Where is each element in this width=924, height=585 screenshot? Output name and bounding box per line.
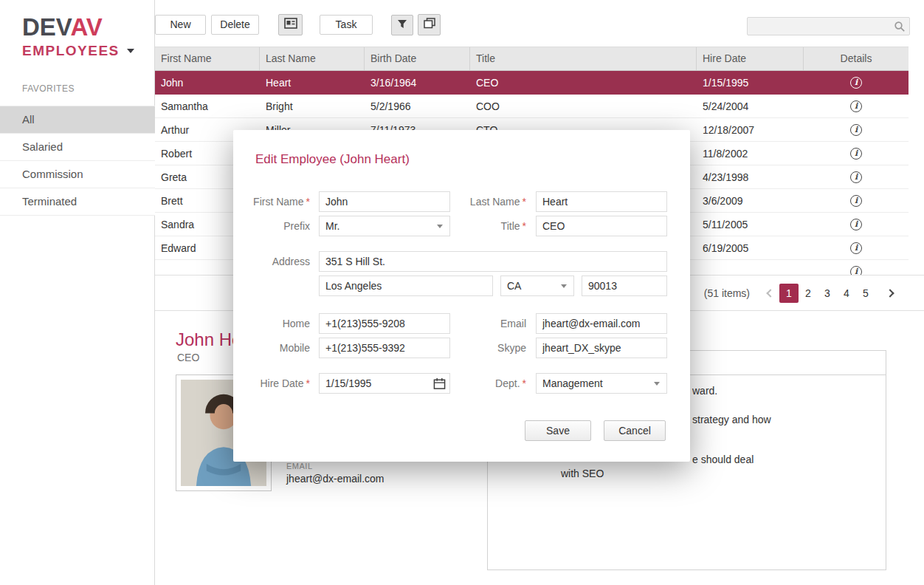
page-button-4[interactable]: 4 (837, 284, 856, 303)
task-text-fragment: strategy and how (692, 414, 771, 425)
contact-card-icon (284, 18, 297, 32)
table-row-samantha-bright[interactable]: Samantha Bright 5/2/1966 COO 5/24/2004 (155, 95, 909, 118)
cell-last-name: Bright (260, 95, 365, 117)
info-icon[interactable] (850, 195, 862, 207)
chevron-right-icon (886, 289, 894, 297)
prev-page-button[interactable] (762, 284, 779, 303)
title-input[interactable] (536, 216, 667, 236)
next-page-button[interactable] (881, 284, 899, 303)
address-input[interactable] (319, 251, 667, 272)
prefix-select[interactable]: Mr. (319, 216, 450, 236)
task-text-fragment: e should deal (692, 454, 754, 465)
brand-menu-caret-icon[interactable] (127, 49, 134, 53)
cell-details (804, 236, 909, 259)
home-phone-input[interactable] (319, 313, 450, 334)
last-name-input[interactable] (536, 191, 667, 212)
filter-button[interactable] (391, 15, 413, 35)
column-header-details[interactable]: Details (804, 47, 909, 70)
home-phone-label: Home (233, 313, 310, 334)
delete-button[interactable]: Delete (211, 15, 259, 35)
brand-av: AV (70, 13, 102, 41)
save-button[interactable]: Save (525, 420, 591, 441)
chevron-down-icon (654, 382, 660, 386)
task-text-fragment: ward. (692, 385, 717, 397)
cell-details (804, 189, 909, 212)
cell-birth-date: 3/16/1964 (365, 71, 470, 94)
skype-input[interactable] (536, 338, 667, 358)
brand-dev: DEV (22, 13, 70, 41)
cancel-button[interactable]: Cancel (604, 420, 666, 441)
task-button[interactable]: Task (320, 15, 373, 35)
page-button-2[interactable]: 2 (799, 284, 818, 303)
cell-hire-date: 5/24/2004 (697, 95, 804, 117)
sidebar-item-terminated[interactable]: Terminated (0, 188, 155, 216)
search-icon (894, 21, 906, 32)
new-button[interactable]: New (155, 15, 206, 35)
calendar-button[interactable] (430, 375, 448, 391)
required-mark: * (523, 377, 526, 389)
state-select[interactable]: CA (500, 276, 574, 296)
sidebar-item-commission[interactable]: Commission (0, 161, 155, 188)
column-header-last-name[interactable]: Last Name (260, 47, 365, 70)
skype-label: Skype (455, 338, 526, 358)
required-mark: * (306, 196, 310, 208)
grid-header: First Name Last Name Birth Date Title Hi… (155, 47, 909, 71)
cell-hire-date: 11/8/2002 (697, 142, 804, 165)
sidebar-menu: All Salaried Commission Terminated (0, 106, 155, 216)
required-mark: * (306, 377, 310, 389)
brand-wordmark: DEVAV (22, 13, 134, 41)
task-text-fragment: with SEO (561, 468, 604, 479)
zipcode-input[interactable] (582, 276, 667, 296)
favorites-label: FAVORITES (22, 83, 75, 94)
column-header-title[interactable]: Title (470, 47, 697, 70)
layout-panels-button[interactable] (418, 14, 441, 35)
info-icon[interactable] (850, 77, 862, 89)
dept-select[interactable]: Management (536, 373, 667, 394)
info-icon[interactable] (850, 148, 862, 160)
sidebar: DEVAV EMPLOYEES FAVORITES All Salaried C… (0, 0, 155, 585)
search-box (747, 17, 910, 35)
calendar-icon (433, 377, 446, 390)
cell-birth-date: 5/2/1966 (365, 95, 470, 117)
cell-hire-date: 1/15/1995 (697, 71, 804, 94)
sidebar-item-salaried[interactable]: Salaried (0, 134, 155, 161)
page-button-5[interactable]: 5 (856, 284, 875, 303)
cell-first-name: Samantha (155, 95, 260, 117)
contact-card-button[interactable] (278, 14, 303, 35)
column-header-birth-date[interactable]: Birth Date (365, 47, 470, 70)
info-icon[interactable] (850, 242, 862, 254)
info-icon[interactable] (850, 266, 862, 276)
email-input[interactable] (536, 313, 667, 334)
cell-hire-date: 3/6/2009 (697, 189, 804, 212)
last-name-label: Last Name* (455, 191, 526, 212)
column-header-hire-date[interactable]: Hire Date (697, 47, 804, 70)
info-icon[interactable] (850, 100, 862, 112)
first-name-label: First Name* (233, 191, 310, 212)
search-input[interactable] (748, 18, 894, 35)
sidebar-item-all[interactable]: All (0, 106, 155, 134)
chevron-left-icon (766, 289, 774, 297)
dept-label: Dept.* (455, 373, 526, 394)
email-label: Email (455, 313, 526, 334)
column-header-first-name[interactable]: First Name (155, 47, 260, 70)
address-label: Address (233, 251, 310, 272)
info-icon[interactable] (850, 171, 862, 183)
cell-details (804, 142, 909, 165)
cell-details (804, 118, 909, 141)
chevron-down-icon (437, 225, 443, 228)
page-button-1[interactable]: 1 (779, 284, 799, 303)
table-row-john-heart[interactable]: John Heart 3/16/1964 CEO 1/15/1995 (155, 71, 909, 95)
cell-hire-date: 12/18/2007 (697, 118, 804, 141)
hire-date-label: Hire Date* (233, 373, 310, 394)
info-icon[interactable] (850, 124, 862, 136)
first-name-input[interactable] (319, 191, 450, 212)
required-mark: * (523, 196, 526, 208)
city-input[interactable] (319, 276, 493, 296)
page-button-3[interactable]: 3 (818, 284, 837, 303)
mobile-phone-input[interactable] (319, 338, 450, 358)
filter-icon (397, 18, 407, 32)
info-icon[interactable] (850, 219, 862, 230)
dialog-title: Edit Employee (John Heart) (255, 152, 410, 167)
cell-details (804, 213, 909, 236)
edit-employee-dialog: Edit Employee (John Heart) First Name* L… (233, 130, 690, 462)
